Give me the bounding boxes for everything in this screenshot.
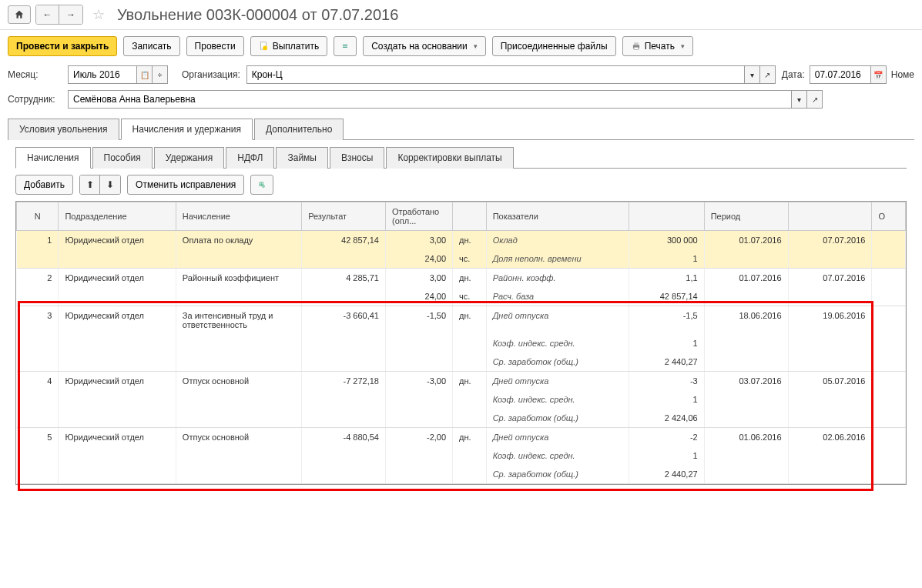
table-row[interactable]: Ср. заработок (общ.)2 440,27 [17, 465, 906, 484]
employee-input[interactable] [68, 90, 792, 109]
table-plus-icon [259, 179, 265, 190]
back-button[interactable]: ← [36, 5, 59, 24]
tab-accruals-deductions[interactable]: Начисления и удержания [121, 119, 253, 140]
move-down-button[interactable]: ⬇ [100, 175, 120, 194]
subtab-payment-corrections[interactable]: Корректировки выплаты [386, 147, 513, 169]
print-button[interactable]: Печать [622, 36, 693, 56]
list-icon [342, 41, 348, 52]
table-row[interactable]: Ср. заработок (общ.)2 424,06 [17, 409, 906, 428]
col-indicator-val[interactable] [629, 202, 704, 231]
org-label: Организация: [182, 69, 240, 80]
accruals-table-wrap: N Подразделение Начисление Результат Отр… [15, 201, 907, 485]
col-accrual[interactable]: Начисление [176, 202, 301, 231]
org-input[interactable] [246, 65, 745, 84]
month-input[interactable] [68, 65, 137, 84]
printer-icon [631, 41, 642, 52]
col-indicators[interactable]: Показатели [486, 202, 629, 231]
subtab-ndfl[interactable]: НДФЛ [226, 147, 274, 169]
table-row[interactable]: 24,00чс.Доля неполн. времени1 [17, 249, 906, 269]
sub-tabs: Начисления Пособия Удержания НДФЛ Займы … [15, 146, 907, 169]
tab-additional[interactable]: Дополнительно [254, 119, 344, 140]
col-result[interactable]: Результат [302, 202, 386, 231]
org-dropdown-button[interactable]: ▾ [745, 65, 760, 84]
subtab-accruals[interactable]: Начисления [15, 147, 91, 169]
employee-label: Сотрудник: [8, 94, 62, 105]
table-row[interactable]: Коэф. индекс. средн.1 [17, 334, 906, 352]
date-picker-button[interactable]: 📅 [871, 65, 887, 84]
date-input[interactable] [810, 65, 871, 84]
forward-button[interactable]: → [59, 5, 82, 24]
main-tabs: Условия увольнения Начисления и удержани… [8, 118, 914, 140]
org-open-button[interactable]: ↗ [760, 65, 776, 84]
col-period[interactable]: Период [704, 202, 788, 231]
post-and-close-button[interactable]: Провести и закрыть [8, 36, 117, 56]
svg-rect-7 [634, 47, 639, 49]
table-settings-button[interactable] [250, 175, 273, 195]
subtab-contributions[interactable]: Взносы [330, 147, 384, 169]
number-label: Номе [891, 69, 914, 80]
table-row[interactable]: 4Юридический отделОтпуск основной-7 272,… [17, 372, 906, 391]
table-row[interactable]: Ср. заработок (общ.)2 440,27 [17, 352, 906, 372]
arrow-down-icon: ⬇ [106, 179, 114, 190]
subtab-loans[interactable]: Займы [276, 147, 328, 169]
col-worked[interactable]: Отработано (опл... [385, 202, 452, 231]
register-button[interactable] [334, 36, 357, 56]
table-row[interactable]: 5Юридический отделОтпуск основной-4 880,… [17, 428, 906, 447]
month-picker-button[interactable]: 📋 [137, 65, 153, 84]
subtab-benefits[interactable]: Пособия [92, 147, 153, 169]
svg-rect-6 [634, 42, 639, 45]
chevron-down-icon: ▾ [797, 95, 801, 104]
pay-button[interactable]: Выплатить [250, 36, 328, 56]
page-title: Увольнение 003К-000004 от 07.07.2016 [117, 6, 398, 24]
cancel-corrections-button[interactable]: Отменить исправления [127, 175, 244, 195]
calendar-icon: 📅 [873, 71, 883, 79]
table-row[interactable]: Коэф. индекс. средн.1 [17, 446, 906, 465]
add-button[interactable]: Добавить [15, 175, 73, 195]
svg-rect-4 [343, 47, 347, 48]
document-money-icon [259, 41, 270, 52]
col-extra[interactable]: О [872, 202, 906, 231]
svg-point-1 [263, 45, 267, 50]
table-row[interactable]: 24,00чс.Расч. база42 857,14 [17, 287, 906, 306]
table-row[interactable]: 2Юридический отделРайонный коэффициент4 … [17, 269, 906, 288]
chevron-down-icon: ▾ [750, 71, 754, 79]
create-based-button[interactable]: Создать на основании [363, 36, 486, 56]
svg-rect-3 [343, 45, 347, 46]
col-dept[interactable]: Подразделение [59, 202, 176, 231]
attached-files-button[interactable]: Присоединенные файлы [492, 36, 616, 56]
open-icon: ↗ [764, 71, 770, 79]
spinner-icon: ÷ [158, 71, 163, 79]
save-button[interactable]: Записать [123, 36, 179, 56]
col-period2[interactable] [788, 202, 872, 231]
col-n[interactable]: N [17, 202, 59, 231]
arrow-up-icon: ⬆ [86, 179, 94, 190]
month-spinner[interactable]: ÷ [153, 65, 168, 84]
table-row[interactable]: 3Юридический отделЗа интенсивный труд и … [17, 306, 906, 335]
accruals-table[interactable]: N Подразделение Начисление Результат Отр… [16, 202, 906, 484]
home-icon [14, 9, 25, 20]
post-button[interactable]: Провести [186, 36, 244, 56]
tab-dismissal-conditions[interactable]: Условия увольнения [8, 119, 119, 140]
col-worked-unit[interactable] [453, 202, 487, 231]
subtab-deductions[interactable]: Удержания [154, 147, 225, 169]
calendar-icon: 📋 [140, 71, 149, 79]
svg-rect-2 [343, 45, 347, 45]
favorite-star-icon[interactable]: ☆ [92, 6, 105, 23]
date-label: Дата: [782, 69, 805, 80]
open-icon: ↗ [812, 95, 818, 104]
arrow-right-icon: → [66, 9, 75, 20]
home-button[interactable] [8, 5, 31, 24]
month-label: Месяц: [8, 69, 62, 80]
table-row[interactable]: Коэф. индекс. средн.1 [17, 390, 906, 409]
employee-open-button[interactable]: ↗ [807, 90, 823, 109]
arrow-left-icon: ← [43, 9, 52, 20]
table-row[interactable]: 1Юридический отделОплата по окладу42 857… [17, 231, 906, 250]
employee-dropdown-button[interactable]: ▾ [792, 90, 807, 109]
move-up-button[interactable]: ⬆ [80, 175, 100, 194]
